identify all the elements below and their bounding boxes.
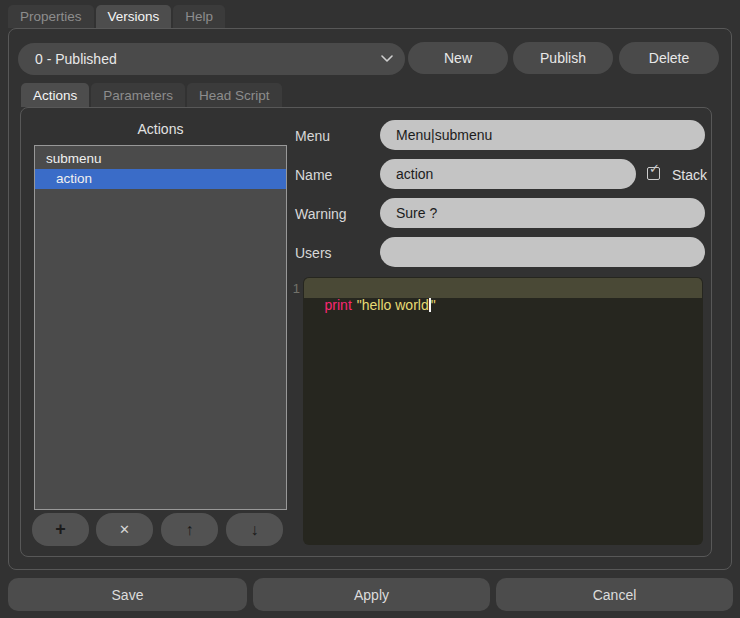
code-keyword: print <box>325 297 352 313</box>
version-dropdown[interactable]: 0 - Published <box>18 43 405 75</box>
version-dropdown-value: 0 - Published <box>35 51 117 67</box>
move-down-button[interactable]: ↓ <box>226 513 283 546</box>
code-string: "hello world <box>357 297 429 313</box>
list-item-action[interactable]: action <box>35 169 286 189</box>
stack-label: Stack <box>672 167 707 183</box>
code-string-close: " <box>431 297 436 313</box>
new-button[interactable]: New <box>408 42 508 74</box>
tab-versions[interactable]: Versions <box>96 5 172 28</box>
publish-button[interactable]: Publish <box>513 42 613 74</box>
actions-listbox[interactable]: submenu action <box>34 145 287 510</box>
users-input[interactable] <box>380 237 705 267</box>
remove-action-button[interactable]: ✕ <box>96 513 153 546</box>
menu-label: Menu <box>295 128 330 144</box>
move-up-button[interactable]: ↑ <box>161 513 218 546</box>
add-action-button[interactable]: + <box>32 513 89 546</box>
save-button[interactable]: Save <box>8 578 247 611</box>
editor-code-line: print"hello world" <box>309 280 436 297</box>
actions-list-title: Actions <box>34 121 287 137</box>
tab-properties[interactable]: Properties <box>8 5 94 28</box>
top-tab-bar: Properties Versions Help <box>8 5 225 28</box>
apply-button[interactable]: Apply <box>253 578 490 611</box>
checkmark-icon: ✓ <box>649 162 660 175</box>
tab-help[interactable]: Help <box>173 5 225 28</box>
script-editor[interactable]: print"hello world" <box>303 277 703 545</box>
name-input[interactable] <box>380 159 636 189</box>
name-label: Name <box>295 167 332 183</box>
delete-button[interactable]: Delete <box>619 42 719 74</box>
stack-checkbox[interactable]: ✓ <box>647 167 660 180</box>
users-label: Users <box>295 245 332 261</box>
editor-line-number: 1 <box>288 281 300 296</box>
menu-input[interactable] <box>380 120 705 150</box>
warning-input[interactable] <box>380 198 705 228</box>
chevron-down-icon <box>381 55 393 63</box>
warning-label: Warning <box>295 206 347 222</box>
section-tab-bar: Actions Parameters Head Script <box>21 83 282 107</box>
cancel-button[interactable]: Cancel <box>496 578 733 611</box>
list-item-submenu[interactable]: submenu <box>35 149 286 169</box>
tab-actions[interactable]: Actions <box>21 83 89 107</box>
tab-parameters[interactable]: Parameters <box>91 83 185 107</box>
tab-head-script[interactable]: Head Script <box>187 83 282 107</box>
